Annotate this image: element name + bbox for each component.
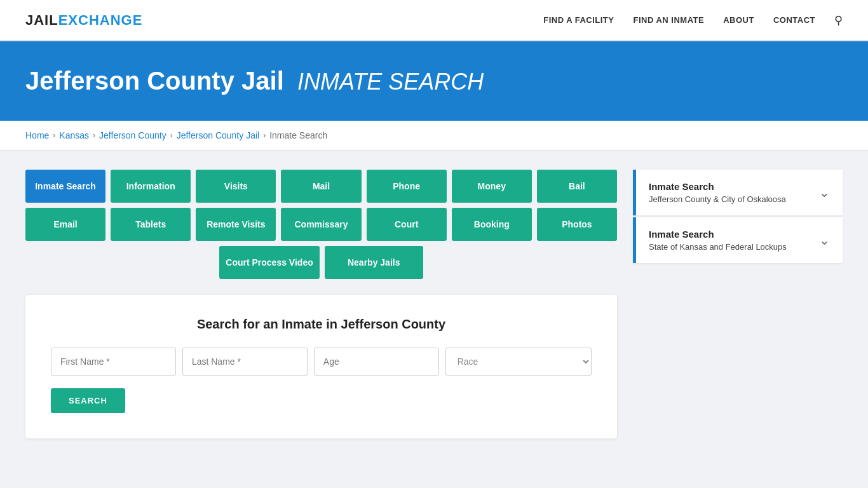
logo[interactable]: JAILEXCHANGE <box>25 12 142 29</box>
tab-commissary[interactable]: Commissary <box>281 208 361 241</box>
tab-court[interactable]: Court <box>367 208 447 241</box>
tab-booking[interactable]: Booking <box>452 208 532 241</box>
tab-court-process-video[interactable]: Court Process Video <box>219 246 319 279</box>
tab-inmate-search[interactable]: Inmate Search <box>25 170 105 203</box>
logo-exchange: EXCHANGE <box>58 12 143 28</box>
main-nav: FIND A FACILITY FIND AN INMATE ABOUT CON… <box>543 13 843 27</box>
breadcrumb-home[interactable]: Home <box>25 130 49 140</box>
tab-bail[interactable]: Bail <box>537 170 617 203</box>
tabs-row2: Email Tablets Remote Visits Commissary C… <box>25 208 617 241</box>
tab-nearby-jails[interactable]: Nearby Jails <box>325 246 423 279</box>
last-name-input[interactable] <box>182 348 308 376</box>
age-input[interactable] <box>314 348 439 376</box>
sidebar-item-content-1: Inmate Search State of Kansas and Federa… <box>649 229 787 252</box>
tab-information[interactable]: Information <box>111 170 191 203</box>
chevron-down-icon-0: ⌄ <box>819 185 830 200</box>
tab-money[interactable]: Money <box>452 170 532 203</box>
sidebar-item-subtitle-1: State of Kansas and Federal Lockups <box>649 242 787 252</box>
breadcrumb-sep-2: › <box>93 131 95 140</box>
sidebar-item-title-1: Inmate Search <box>649 229 787 240</box>
tab-photos[interactable]: Photos <box>537 208 617 241</box>
nav-find-inmate[interactable]: FIND AN INMATE <box>633 15 704 25</box>
hero-title-text: Jefferson County Jail <box>25 67 284 95</box>
header: JAILEXCHANGE FIND A FACILITY FIND AN INM… <box>0 0 868 41</box>
tab-mail[interactable]: Mail <box>281 170 361 203</box>
breadcrumb-jefferson-county[interactable]: Jefferson County <box>99 130 166 140</box>
logo-jail: JAIL <box>25 12 58 28</box>
hero-banner: Jefferson County Jail INMATE SEARCH <box>0 41 868 121</box>
chevron-down-icon-1: ⌄ <box>819 233 830 248</box>
hero-title: Jefferson County Jail INMATE SEARCH <box>25 67 843 95</box>
sidebar-item-0[interactable]: Inmate Search Jefferson County & City of… <box>633 170 843 215</box>
nav-about[interactable]: ABOUT <box>723 15 754 25</box>
search-inputs: Race Any White Black Hispanic Asian Othe… <box>51 348 592 376</box>
breadcrumb-current: Inmate Search <box>269 130 327 140</box>
sidebar-item-1[interactable]: Inmate Search State of Kansas and Federa… <box>633 217 843 263</box>
search-icon[interactable]: ⚲ <box>834 13 843 27</box>
sidebar-item-title-0: Inmate Search <box>649 181 786 192</box>
tab-email[interactable]: Email <box>25 208 105 241</box>
breadcrumb-sep-4: › <box>263 131 266 140</box>
nav-find-facility[interactable]: FIND A FACILITY <box>543 15 614 25</box>
tab-visits[interactable]: Visits <box>196 170 276 203</box>
tab-phone[interactable]: Phone <box>367 170 447 203</box>
sidebar: Inmate Search Jefferson County & City of… <box>633 170 843 438</box>
tab-remote-visits[interactable]: Remote Visits <box>196 208 276 241</box>
main-content: Inmate Search Information Visits Mail Ph… <box>0 151 868 458</box>
tab-tablets[interactable]: Tablets <box>111 208 191 241</box>
tabs-row3: Court Process Video Nearby Jails <box>25 246 617 279</box>
race-select[interactable]: Race Any White Black Hispanic Asian Othe… <box>445 348 592 376</box>
search-button[interactable]: SEARCH <box>51 388 125 413</box>
search-box: Search for an Inmate in Jefferson County… <box>25 295 617 438</box>
nav-contact[interactable]: CONTACT <box>773 15 815 25</box>
breadcrumb-kansas[interactable]: Kansas <box>59 130 89 140</box>
search-box-title: Search for an Inmate in Jefferson County <box>51 317 592 332</box>
breadcrumb-jefferson-county-jail[interactable]: Jefferson County Jail <box>177 130 259 140</box>
sidebar-item-subtitle-0: Jefferson County & City of Oskaloosa <box>649 194 786 204</box>
first-name-input[interactable] <box>51 348 176 376</box>
hero-subtitle-text: INMATE SEARCH <box>297 69 484 95</box>
breadcrumb-sep-3: › <box>170 131 173 140</box>
breadcrumb-section: Home › Kansas › Jefferson County › Jeffe… <box>0 121 868 151</box>
sidebar-item-content-0: Inmate Search Jefferson County & City of… <box>649 181 786 204</box>
tabs-row1: Inmate Search Information Visits Mail Ph… <box>25 170 617 203</box>
content-left: Inmate Search Information Visits Mail Ph… <box>25 170 617 438</box>
breadcrumb: Home › Kansas › Jefferson County › Jeffe… <box>25 130 843 140</box>
breadcrumb-sep-1: › <box>53 131 55 140</box>
